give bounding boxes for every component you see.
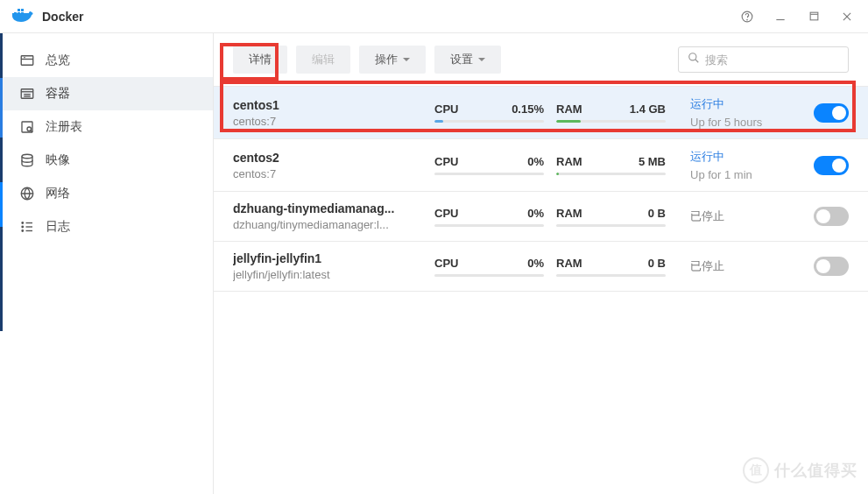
sidebar-item-label: 网络 xyxy=(46,186,70,201)
svg-point-24 xyxy=(22,222,24,224)
sidebar-item-label: 总览 xyxy=(46,53,70,68)
ram-bar xyxy=(556,120,666,123)
ram-label: RAM xyxy=(556,207,582,220)
sidebar-item-overview[interactable]: 总览 xyxy=(0,44,213,77)
cpu-bar xyxy=(434,120,544,123)
svg-point-6 xyxy=(747,19,748,20)
sidebar-item-container[interactable]: 容器 xyxy=(0,77,213,110)
close-icon[interactable] xyxy=(838,8,856,25)
cpu-bar xyxy=(434,173,544,175)
container-icon xyxy=(19,86,35,102)
search-box[interactable] xyxy=(678,46,849,73)
container-image: jellyfin/jellyfin:latest xyxy=(233,268,434,281)
image-icon xyxy=(19,152,35,168)
edit-button[interactable]: 编辑 xyxy=(296,46,350,74)
overview-icon xyxy=(19,53,35,68)
cpu-label: CPU xyxy=(434,207,458,220)
container-image: dzhuang/tinymediamanager:l... xyxy=(233,218,434,231)
cpu-bar xyxy=(434,274,544,277)
titlebar: Docker xyxy=(0,0,868,33)
container-row[interactable]: centos1 centos:7 CPU 0.15% RAM 1.4 GB 运行… xyxy=(214,87,868,139)
ram-bar xyxy=(556,224,666,227)
sidebar-item-label: 注册表 xyxy=(46,119,82,135)
svg-rect-4 xyxy=(21,9,24,11)
uptime-text: Up for 5 hours xyxy=(690,116,813,129)
container-row[interactable]: dzhuang-tinymediamanag... dzhuang/tinyme… xyxy=(214,192,868,242)
docker-logo-icon xyxy=(12,6,33,27)
search-input[interactable] xyxy=(705,53,839,67)
status-badge: 已停止 xyxy=(690,258,813,274)
app-title: Docker xyxy=(42,10,83,24)
sidebar: 总览 容器 注册表 映像 网络 日志 xyxy=(0,33,214,494)
details-button[interactable]: 详情 xyxy=(233,46,287,74)
container-name: jellyfin-jellyfin1 xyxy=(233,251,434,265)
ram-value: 1.4 GB xyxy=(630,102,666,116)
power-toggle[interactable] xyxy=(814,257,849,276)
log-icon xyxy=(19,219,35,235)
sidebar-item-registry[interactable]: 注册表 xyxy=(0,110,213,144)
chevron-down-icon xyxy=(478,58,485,61)
action-button[interactable]: 操作 xyxy=(359,46,426,74)
svg-point-25 xyxy=(22,226,24,228)
search-icon xyxy=(688,52,700,67)
cpu-label: CPU xyxy=(434,102,458,116)
toolbar: 详情 编辑 操作 设置 xyxy=(214,33,868,86)
sidebar-item-log[interactable]: 日志 xyxy=(0,210,213,243)
ram-bar xyxy=(556,173,666,175)
ram-bar xyxy=(556,274,666,277)
cpu-value: 0.15% xyxy=(512,102,544,116)
status-badge: 运行中 xyxy=(690,96,813,112)
cpu-value: 0% xyxy=(527,207,544,220)
container-image: centos:7 xyxy=(233,115,434,128)
maximize-icon[interactable] xyxy=(805,8,822,25)
sidebar-item-label: 映像 xyxy=(46,152,70,168)
registry-icon xyxy=(19,119,35,135)
ram-value: 0 B xyxy=(648,257,666,270)
cpu-label: CPU xyxy=(434,257,458,270)
svg-rect-15 xyxy=(21,89,33,99)
container-row[interactable]: jellyfin-jellyfin1 jellyfin/jellyfin:lat… xyxy=(214,242,868,292)
status-badge: 运行中 xyxy=(690,149,813,165)
cpu-value: 0% xyxy=(527,155,544,168)
container-name: dzhuang-tinymediamanag... xyxy=(233,201,434,215)
decorative-strip xyxy=(0,33,3,331)
uptime-text: Up for 1 min xyxy=(690,168,813,181)
container-row[interactable]: centos2 centos:7 CPU 0% RAM 5 MB 运行中Up f… xyxy=(214,139,868,192)
sidebar-item-label: 日志 xyxy=(46,219,70,235)
container-name: centos1 xyxy=(233,98,434,112)
cpu-value: 0% xyxy=(527,257,544,270)
svg-point-22 xyxy=(22,154,32,159)
settings-button[interactable]: 设置 xyxy=(434,46,501,74)
help-icon[interactable] xyxy=(738,8,756,25)
svg-rect-12 xyxy=(21,56,33,66)
container-list: centos1 centos:7 CPU 0.15% RAM 1.4 GB 运行… xyxy=(214,86,868,292)
power-toggle[interactable] xyxy=(814,156,849,175)
status-badge: 已停止 xyxy=(690,208,813,224)
ram-label: RAM xyxy=(556,102,582,116)
svg-point-26 xyxy=(22,230,24,232)
container-name: centos2 xyxy=(233,151,434,165)
svg-point-30 xyxy=(689,53,696,60)
sidebar-item-image[interactable]: 映像 xyxy=(0,144,213,177)
chevron-down-icon xyxy=(403,58,410,61)
ram-value: 5 MB xyxy=(639,155,666,168)
ram-label: RAM xyxy=(556,155,582,168)
power-toggle[interactable] xyxy=(814,103,849,123)
svg-rect-8 xyxy=(810,12,818,20)
minimize-icon[interactable] xyxy=(772,8,789,25)
svg-line-31 xyxy=(695,60,699,63)
ram-label: RAM xyxy=(556,257,582,270)
cpu-bar xyxy=(434,224,544,227)
sidebar-item-network[interactable]: 网络 xyxy=(0,177,213,210)
network-icon xyxy=(19,186,35,201)
container-image: centos:7 xyxy=(233,167,434,180)
svg-rect-3 xyxy=(18,9,20,11)
ram-value: 0 B xyxy=(648,207,666,220)
power-toggle[interactable] xyxy=(814,207,849,226)
cpu-label: CPU xyxy=(434,155,458,168)
main-panel: 详情 编辑 操作 设置 centos1 centos:7 CPU 0.15% xyxy=(214,33,868,494)
sidebar-item-label: 容器 xyxy=(46,86,70,102)
